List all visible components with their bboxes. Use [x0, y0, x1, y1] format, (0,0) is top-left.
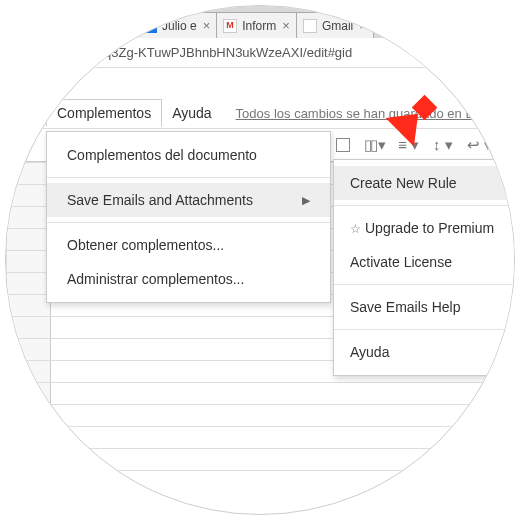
favicon-icon [303, 19, 317, 33]
addons-dropdown: Complementos del documento Save Emails a… [46, 131, 331, 303]
menu-item-save-emails[interactable]: Save Emails and Attachments ▶ [47, 183, 330, 217]
menu-ayuda[interactable]: Ayuda [162, 100, 221, 126]
submenu-ayuda[interactable]: Ayuda [334, 335, 515, 369]
borders-icon[interactable] [336, 138, 350, 152]
submenu-upgrade[interactable]: ☆Upgrade to Premium [334, 211, 515, 245]
menu-complementos[interactable]: Complementos [46, 99, 162, 127]
menu-item-manage-addons[interactable]: Administrar complementos... [47, 262, 330, 296]
submenu-help[interactable]: Save Emails Help [334, 290, 515, 324]
separator [47, 177, 330, 178]
separator [334, 284, 515, 285]
menu-bar: Complementos Ayuda Todos los cambios se … [6, 98, 515, 128]
tab-label: Gmail [322, 19, 353, 33]
browser-tab[interactable]: Julio e × [136, 12, 217, 38]
favicon-icon [223, 19, 237, 33]
submenu-create-rule[interactable]: Create New Rule [334, 166, 515, 200]
browser-tab[interactable]: Gmail × [296, 12, 374, 38]
url-text: sVVDRyDD7jOq3Zg-KTuwPJBhnbHN3ukWzeAXI/ed… [16, 45, 352, 60]
close-icon[interactable]: × [282, 18, 290, 33]
close-icon[interactable]: × [359, 18, 367, 33]
close-icon[interactable]: × [203, 18, 211, 33]
wrap-icon[interactable]: ↩ ▾ [467, 136, 492, 154]
favicon-icon [143, 19, 157, 33]
star-icon: ☆ [350, 222, 361, 236]
menu-item-document-addons[interactable]: Complementos del documento [47, 138, 330, 172]
tab-label: Inform [242, 19, 276, 33]
separator [334, 329, 515, 330]
url-bar[interactable]: sVVDRyDD7jOq3Zg-KTuwPJBhnbHN3ukWzeAXI/ed… [6, 38, 515, 68]
save-status[interactable]: Todos los cambios se han guardado en Dri… [236, 106, 496, 121]
valign-icon[interactable]: ↕ ▾ [433, 136, 453, 154]
menu-item-get-addons[interactable]: Obtener complementos... [47, 228, 330, 262]
separator [334, 205, 515, 206]
browser-tabstrip: Julio e × Inform × Gmail × [6, 6, 515, 38]
save-emails-submenu: Create New Rule ☆Upgrade to Premium Acti… [333, 159, 515, 376]
chevron-right-icon: ▶ [302, 194, 310, 207]
submenu-activate[interactable]: Activate License [334, 245, 515, 279]
merge-cells-icon[interactable]: ▯▯ ▾ [364, 136, 384, 154]
tab-label: Julio e [162, 19, 197, 33]
separator [47, 222, 330, 223]
browser-tab[interactable]: Inform × [216, 12, 297, 38]
